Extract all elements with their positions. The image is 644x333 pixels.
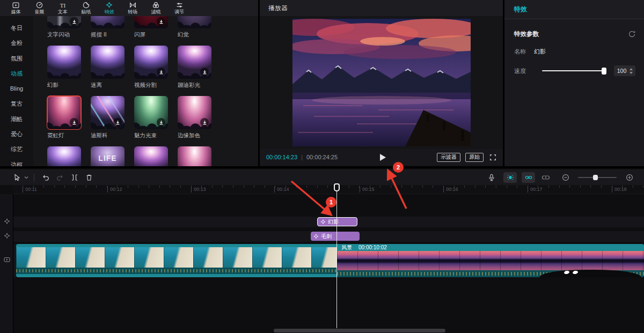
effect-clip-maoci[interactable]: 毛刺 bbox=[311, 232, 360, 241]
text-icon: TI bbox=[58, 2, 67, 9]
speed-value-box[interactable]: 100 bbox=[614, 65, 635, 76]
effect-category[interactable]: 潮酷 bbox=[11, 114, 23, 124]
effect-track-icon[interactable] bbox=[4, 218, 10, 225]
original-button[interactable]: 原始 bbox=[465, 153, 484, 162]
oscilloscope-button[interactable]: 示波器 bbox=[437, 153, 460, 162]
speed-stepper[interactable] bbox=[630, 68, 633, 74]
effect-thumbnail[interactable] bbox=[47, 96, 81, 129]
effect-item[interactable]: LIFE bbox=[91, 146, 125, 166]
effect-item[interactable]: 边缘加色 bbox=[178, 96, 211, 146]
effect-item[interactable] bbox=[134, 146, 168, 166]
effect-thumbnail[interactable] bbox=[178, 46, 211, 79]
download-icon bbox=[157, 68, 165, 76]
delete-icon[interactable] bbox=[82, 172, 96, 183]
effect-category[interactable]: 金粉 bbox=[11, 38, 23, 48]
effect-category[interactable]: 冬日 bbox=[11, 23, 23, 33]
effect-thumbnail[interactable] bbox=[178, 16, 211, 28]
timeline-zoom-knob[interactable] bbox=[593, 175, 598, 180]
mic-icon[interactable] bbox=[484, 172, 499, 183]
effect-item[interactable]: 文字闪动 bbox=[47, 16, 81, 46]
play-button[interactable] bbox=[379, 153, 387, 161]
chevron-down-icon[interactable] bbox=[23, 172, 30, 183]
zoom-in-icon[interactable] bbox=[622, 172, 636, 183]
effect-clip-huanying[interactable]: 幻影 bbox=[317, 217, 357, 226]
redo-icon[interactable] bbox=[53, 172, 67, 183]
effect-thumbnail[interactable] bbox=[91, 46, 125, 79]
tab-filter[interactable]: 滤镜 bbox=[144, 2, 168, 15]
effect-thumbnail[interactable] bbox=[91, 16, 125, 28]
tab-effects[interactable]: 特效 bbox=[98, 2, 121, 15]
tab-adjust[interactable]: 调节 bbox=[168, 2, 192, 15]
ruler-timestamp: 00:11 bbox=[23, 187, 37, 193]
effect-item[interactable]: 闪屏 bbox=[134, 16, 168, 46]
curve-handle[interactable] bbox=[572, 270, 578, 275]
tab-audio[interactable]: 音频 bbox=[28, 2, 52, 15]
effect-item[interactable]: 霓虹灯 bbox=[47, 96, 81, 146]
speed-slider-knob[interactable] bbox=[602, 68, 606, 75]
effect-category[interactable]: 复古 bbox=[11, 99, 23, 109]
link-icon[interactable] bbox=[522, 172, 535, 183]
tab-media[interactable]: 媒体 bbox=[4, 2, 28, 15]
properties-tab-effects[interactable]: 特效 bbox=[514, 5, 527, 14]
effect-category[interactable]: Bling bbox=[10, 84, 23, 94]
effect-item[interactable]: 魅力光束 bbox=[134, 96, 168, 146]
effect-item[interactable]: 迷离 bbox=[91, 46, 125, 96]
timeline-ruler[interactable]: 00:1100:1200:1300:1400:1500:1600:1700:18 bbox=[13, 185, 644, 194]
effect-item[interactable] bbox=[47, 146, 81, 166]
undo-icon[interactable] bbox=[38, 172, 53, 183]
effect-thumbnail[interactable] bbox=[47, 146, 81, 166]
curve-handle[interactable] bbox=[564, 270, 569, 275]
fullscreen-icon[interactable] bbox=[489, 154, 496, 161]
effect-track-icon[interactable] bbox=[4, 233, 10, 239]
tab-text[interactable]: TI 文本 bbox=[51, 2, 75, 15]
effect-item[interactable]: 幻觉 bbox=[178, 16, 211, 46]
effect-category[interactable]: 边框 bbox=[11, 160, 23, 166]
unlink-icon[interactable] bbox=[538, 172, 553, 183]
select-tool-icon[interactable] bbox=[11, 172, 23, 183]
effect-clip-label: 幻影 bbox=[328, 218, 339, 226]
effect-thumbnail[interactable] bbox=[134, 16, 168, 28]
effect-thumbnail[interactable] bbox=[91, 96, 125, 129]
effect-category[interactable]: 氛围 bbox=[11, 54, 23, 64]
video-clip-2[interactable]: 风景 00:00:10:02 bbox=[337, 244, 644, 277]
tab-transition[interactable]: 转场 bbox=[121, 2, 145, 15]
timeline-tracks: 幻影 毛刺 风景 00:00:10:02 bbox=[0, 194, 644, 333]
effect-thumbnail[interactable] bbox=[47, 16, 81, 28]
effects-icon bbox=[106, 2, 113, 9]
effect-category[interactable]: 综艺 bbox=[11, 144, 23, 154]
horizontal-scrollbar[interactable] bbox=[274, 329, 445, 332]
effect-item[interactable]: 视频分割 bbox=[134, 46, 168, 96]
reset-icon[interactable] bbox=[628, 31, 635, 38]
effect-thumbnail[interactable] bbox=[134, 46, 168, 79]
stepper-down-icon[interactable] bbox=[630, 72, 633, 74]
effect-category[interactable]: 动感 bbox=[11, 69, 23, 79]
transition-icon bbox=[129, 2, 136, 9]
effect-item[interactable]: 迪斯科 bbox=[91, 96, 125, 146]
tab-label: 音频 bbox=[34, 9, 44, 15]
effect-item[interactable]: 幻影 bbox=[47, 46, 81, 96]
zoom-out-icon[interactable] bbox=[558, 172, 573, 183]
effect-category[interactable]: 爱心 bbox=[11, 129, 23, 139]
player-controls: 00:00:14:23 | 00:00:24:25 示波器 原始 bbox=[260, 149, 503, 165]
effect-thumbnail[interactable] bbox=[178, 146, 211, 166]
tab-sticker[interactable]: 贴纸 bbox=[75, 2, 98, 15]
timeline-zoom-slider[interactable] bbox=[578, 177, 617, 178]
split-icon[interactable] bbox=[67, 172, 82, 183]
playhead-handle[interactable] bbox=[334, 183, 340, 191]
effect-item[interactable] bbox=[178, 146, 211, 166]
preview-frame bbox=[292, 19, 471, 146]
tab-label: 文本 bbox=[58, 9, 68, 15]
effect-thumbnail[interactable] bbox=[134, 146, 168, 166]
speed-slider[interactable] bbox=[542, 70, 606, 71]
auto-snap-icon[interactable] bbox=[503, 172, 517, 183]
effect-item[interactable]: 蹦迪彩光 bbox=[178, 46, 211, 96]
effect-item[interactable]: 摇摆 II bbox=[91, 16, 125, 46]
video-track-icon[interactable] bbox=[4, 256, 10, 263]
video-clip-1[interactable] bbox=[16, 244, 337, 277]
stepper-up-icon[interactable] bbox=[630, 68, 633, 70]
video-preview[interactable] bbox=[292, 19, 471, 146]
effect-thumbnail[interactable]: LIFE bbox=[91, 146, 125, 166]
effect-thumbnail[interactable] bbox=[178, 96, 211, 129]
effect-thumbnail[interactable] bbox=[134, 96, 168, 129]
effect-thumbnail[interactable] bbox=[47, 46, 81, 79]
